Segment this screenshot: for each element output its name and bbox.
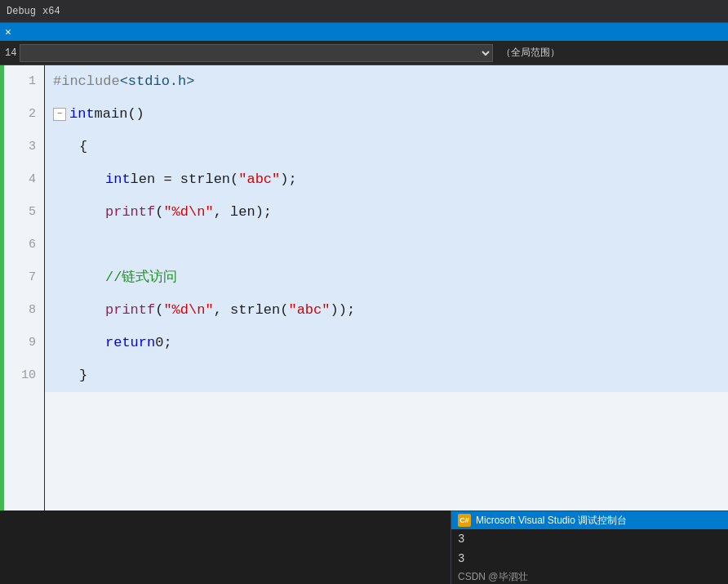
- token-plain: (: [155, 294, 163, 327]
- code-line: [45, 229, 728, 261]
- console-title: Microsoft Visual Studio 调试控制台: [476, 511, 627, 529]
- token-plain: ));: [330, 294, 355, 327]
- code-line: {: [45, 131, 728, 163]
- code-line: return 0;: [45, 327, 728, 359]
- code-area[interactable]: #include <stdio.h>−int main(){int len = …: [45, 65, 728, 510]
- toolbar-platform: x64: [42, 6, 60, 17]
- token-comment: //链式访问: [105, 261, 177, 294]
- line-number: 8: [11, 294, 36, 327]
- line-number: 3: [11, 131, 36, 163]
- console-output-line2: 3: [451, 549, 728, 568]
- line-number: 5: [11, 196, 36, 229]
- token-plain: 0;: [155, 327, 171, 359]
- toolbar: Debug x64: [0, 0, 728, 23]
- console-output-line1: 3: [451, 529, 728, 549]
- token-plain: len = strlen(: [131, 163, 239, 196]
- nav-dropdown[interactable]: [20, 44, 493, 62]
- token-plain: (: [155, 196, 163, 229]
- code-line: printf("%d\n", len);: [45, 196, 728, 229]
- nav-bar: 14 （全局范围）: [0, 41, 728, 65]
- line-number: 7: [11, 261, 36, 294]
- token-keyword: int: [69, 98, 95, 131]
- token-plain: {: [79, 131, 87, 163]
- code-line: //链式访问: [45, 261, 728, 294]
- token-collapse: −: [53, 108, 66, 121]
- token-plain: , strlen(: [214, 294, 289, 327]
- line-number: 4: [11, 163, 36, 196]
- token-string: "%d\n": [163, 294, 213, 327]
- close-button[interactable]: ✕: [5, 25, 11, 38]
- line-numbers: 12345678910: [4, 65, 45, 510]
- line-ref: 14: [0, 47, 16, 59]
- console-icon: C#: [458, 514, 471, 527]
- line-number: 6: [11, 229, 36, 261]
- scope-label: （全局范围）: [501, 46, 560, 60]
- token-plain: main(): [95, 98, 144, 131]
- title-bar: ✕: [0, 23, 728, 41]
- token-string: "%d\n": [163, 196, 213, 229]
- token-header: <stdio.h>: [120, 65, 195, 98]
- code-line: int len = strlen("abc");: [45, 163, 728, 196]
- code-line: −int main(): [45, 98, 728, 131]
- line-number: 9: [11, 327, 36, 359]
- console-panel: C# Microsoft Visual Studio 调试控制台 3 3 CSD…: [451, 510, 728, 584]
- console-title-bar: C# Microsoft Visual Studio 调试控制台: [451, 511, 728, 529]
- line-number: 2: [11, 98, 36, 131]
- token-printf_fn: printf: [105, 196, 155, 229]
- line-number: 10: [11, 359, 36, 392]
- token-plain: );: [280, 163, 296, 196]
- code-line: }: [45, 359, 728, 392]
- token-string: "abc": [238, 163, 280, 196]
- toolbar-config: Debug: [7, 6, 36, 17]
- console-footer: CSDN @毕泗壮: [451, 568, 728, 584]
- token-keyword: return: [105, 327, 155, 359]
- token-string: "abc": [288, 294, 330, 327]
- code-line: printf("%d\n", strlen("abc"));: [45, 294, 728, 327]
- token-plain: , len);: [214, 196, 272, 229]
- code-line: #include <stdio.h>: [45, 65, 728, 98]
- line-number: 1: [11, 65, 36, 98]
- editor-container: 12345678910 #include <stdio.h>−int main(…: [0, 65, 728, 510]
- token-preprocessor: #include: [53, 65, 120, 98]
- token-printf_fn: printf: [105, 294, 155, 327]
- token-keyword: int: [105, 163, 131, 196]
- token-plain: }: [79, 359, 87, 392]
